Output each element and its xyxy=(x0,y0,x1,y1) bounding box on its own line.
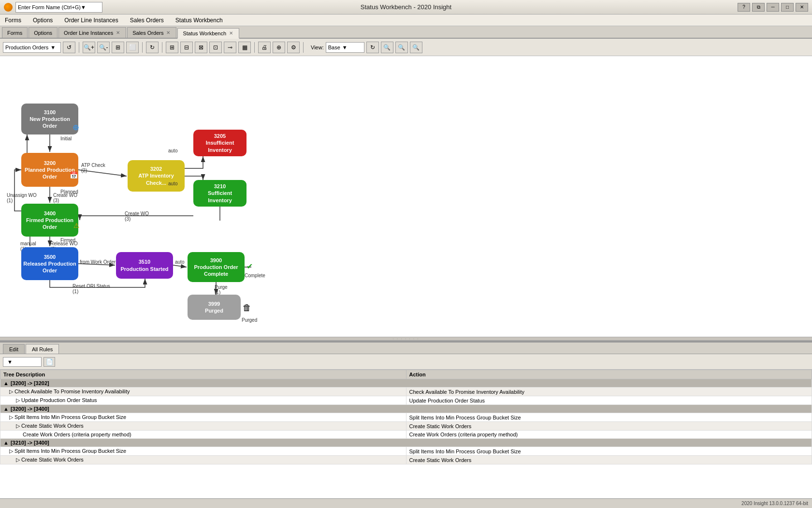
main-diagram-area: 3100New ProductionOrder ⊕ Initial 3200Pl… xyxy=(0,56,812,337)
table-row[interactable]: ▲[3200] -> [3202] xyxy=(0,379,812,388)
search-btn1[interactable]: 🔍 xyxy=(381,42,393,53)
table-btn[interactable]: ▦ xyxy=(238,42,251,53)
app-icon xyxy=(4,3,13,12)
bottom-tabs: Edit All Rules xyxy=(0,343,812,354)
bottom-dropdown[interactable]: ▼ xyxy=(3,357,42,367)
restore-button[interactable]: ⧉ xyxy=(752,3,765,12)
node-3900[interactable]: 3900Production OrderComplete xyxy=(188,252,245,282)
bottom-table-area[interactable]: Tree Description Action ▲[3200] -> [3202… xyxy=(0,370,812,507)
menu-forms[interactable]: Forms xyxy=(3,16,23,25)
tree-cell: ▷ Create Static Work Orders xyxy=(0,456,406,464)
grid-btn4[interactable]: ⊡ xyxy=(209,42,222,53)
tabbar: Forms Options Order Line Instances ✕ Sal… xyxy=(0,26,812,39)
refresh-left-btn[interactable]: ↺ xyxy=(63,42,75,53)
grid-btn3[interactable]: ⊠ xyxy=(195,42,207,53)
table-row[interactable]: ▷ Split Items Into Min Process Group Buc… xyxy=(0,447,812,456)
warning-icon-3400: ⚠ xyxy=(73,222,80,229)
settings-btn[interactable]: ⚙ xyxy=(287,42,300,53)
action-cell: Create Work Orders (criteria property me… xyxy=(406,431,812,439)
form-dropdown-arrow: ▼ xyxy=(50,45,56,50)
table-row[interactable]: Create Work Orders (criteria property me… xyxy=(0,431,812,439)
search-btn2[interactable]: 🔍 xyxy=(395,42,408,53)
tab-edit[interactable]: Edit xyxy=(3,344,25,354)
form-selector[interactable]: Enter Form Name (Ctrl+G) ▼ xyxy=(15,2,102,13)
table-row[interactable]: ▲[3210] -> [3400] xyxy=(0,439,812,447)
view-arrow: ▼ xyxy=(342,45,348,50)
link-btn[interactable]: ⊸ xyxy=(224,42,236,53)
node-3202[interactable]: 3202ATP InventoryCheck... xyxy=(128,160,185,192)
label-purge: Purge(1) xyxy=(215,284,228,295)
node-3510[interactable]: 3510Production Started xyxy=(116,252,173,279)
node-3100[interactable]: 3100New ProductionOrder xyxy=(21,104,78,134)
sep3 xyxy=(162,42,162,53)
window-controls: ? ⧉ ─ □ ✕ xyxy=(738,3,808,12)
view-refresh-btn[interactable]: ↻ xyxy=(366,42,379,53)
tab-close-order-line-instances[interactable]: ✕ xyxy=(115,30,121,35)
menu-options[interactable]: Options xyxy=(31,16,55,25)
node-3400[interactable]: 3400Firmed ProductionOrder xyxy=(21,204,78,237)
search-btn3[interactable]: 🔍 xyxy=(410,42,422,53)
tab-close-status-workbench[interactable]: ✕ xyxy=(228,30,234,36)
close-button[interactable]: ✕ xyxy=(796,3,808,12)
tab-forms[interactable]: Forms xyxy=(2,27,28,38)
tab-close-sales-orders[interactable]: ✕ xyxy=(165,30,171,35)
export-btn[interactable]: ⊕ xyxy=(273,42,285,53)
drag-handle[interactable]: · · · · · · · xyxy=(0,337,812,341)
label-purged: Purged xyxy=(242,317,257,323)
tab-order-line-instances[interactable]: Order Line Instances ✕ xyxy=(58,27,126,38)
label-atp-check: ATP Check(2) xyxy=(81,163,105,173)
maximize-button[interactable]: □ xyxy=(781,3,794,12)
grid-btn1[interactable]: ⊞ xyxy=(166,42,178,53)
menu-order-line-instances[interactable]: Order Line Instances xyxy=(62,16,120,25)
node-3500[interactable]: 3500Released ProductionOrder xyxy=(21,247,78,280)
menu-sales-orders[interactable]: Sales Orders xyxy=(128,16,166,25)
zoom-fit-btn[interactable]: ⊞ xyxy=(112,42,124,53)
grid-btn2[interactable]: ⊟ xyxy=(180,42,193,53)
tree-cell: ▷ Check Available To Promise Inventory A… xyxy=(0,388,406,396)
view-dropdown[interactable]: Base ▼ xyxy=(326,42,364,53)
label-create-wo-2: Create WO(3) xyxy=(125,211,149,222)
table-row[interactable]: ▷ Update Production Order Status Update … xyxy=(0,396,812,405)
zoom-select-btn[interactable]: ⬜ xyxy=(126,42,139,53)
table-row[interactable]: ▷ Create Static Work Orders Create Stati… xyxy=(0,422,812,431)
statusbar: 2020 Insight 13.0.0.1237 64-bit xyxy=(0,498,812,508)
purged-icon: 🗑 xyxy=(243,303,251,313)
table-row[interactable]: ▷ Check Available To Promise Inventory A… xyxy=(0,388,812,396)
table-row[interactable]: ▲[3200] -> [3400] xyxy=(0,405,812,413)
tab-status-workbench[interactable]: Status Workbench ✕ xyxy=(177,28,239,39)
tab-all-rules[interactable]: All Rules xyxy=(26,344,59,354)
help-button[interactable]: ? xyxy=(738,3,750,12)
view-label: View: xyxy=(311,45,324,50)
bottom-panel: Edit All Rules ▼ 📄 Tree Description Acti… xyxy=(0,341,812,507)
refresh-btn[interactable]: ↻ xyxy=(146,42,159,53)
sep4 xyxy=(254,42,255,53)
form-dropdown[interactable]: Production Orders ▼ xyxy=(3,42,61,53)
menubar: Forms Options Order Line Instances Sales… xyxy=(0,15,812,26)
label-from-work-order: from Work Order xyxy=(80,259,116,265)
menu-status-workbench[interactable]: Status Workbench xyxy=(174,16,225,25)
drag-dots: · · · · · · · xyxy=(393,337,420,341)
node-3200[interactable]: 3200Planned ProductionOrder xyxy=(21,153,78,187)
bottom-action-btn[interactable]: 📄 xyxy=(44,357,55,367)
node-3205[interactable]: 3205InsufficientInventory xyxy=(193,130,246,156)
add-icon-3100[interactable]: ⊕ xyxy=(72,123,79,132)
form-selector-arrow[interactable]: ▼ xyxy=(81,4,86,10)
complete-icon: ✔ xyxy=(246,262,253,271)
tree-cell: ▷ Create Static Work Orders xyxy=(0,422,406,431)
label-reset-ori: Reset ORI Status(1) xyxy=(72,284,110,294)
view-value: Base xyxy=(328,45,340,50)
node-3999[interactable]: 3999Purged xyxy=(188,295,241,320)
node-3210[interactable]: 3210SufficientInventory xyxy=(193,180,246,207)
print-btn[interactable]: 🖨 xyxy=(258,42,271,53)
zoom-in-btn[interactable]: 🔍+ xyxy=(83,42,95,53)
bottom-toolbar: ▼ 📄 xyxy=(0,354,812,370)
minimize-button[interactable]: ─ xyxy=(767,3,779,12)
table-row[interactable]: ▷ Create Static Work Orders Create Stati… xyxy=(0,456,812,464)
tab-sales-orders[interactable]: Sales Orders ✕ xyxy=(127,27,176,38)
zoom-out-btn[interactable]: 🔍- xyxy=(97,42,110,53)
sep1 xyxy=(79,42,79,53)
tab-options[interactable]: Options xyxy=(29,27,58,38)
table-row[interactable]: ▷ Split Items Into Min Process Group Buc… xyxy=(0,413,812,422)
action-cell: Check Available To Promise Inventory Ava… xyxy=(406,388,812,396)
rules-table: Tree Description Action ▲[3200] -> [3202… xyxy=(0,370,812,464)
